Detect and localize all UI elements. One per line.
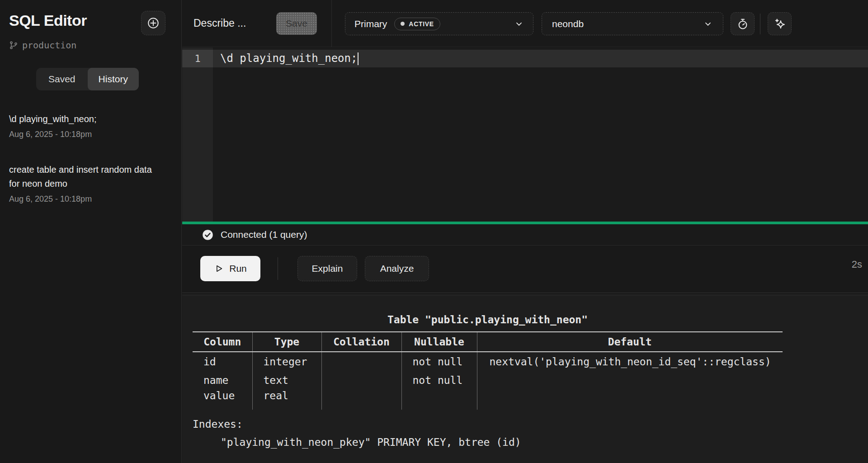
query-tab-title: Describe ... bbox=[193, 17, 246, 29]
editor-toolbar: Describe ... Save Primary ACTIVE neondb bbox=[182, 0, 868, 47]
toolbar-divider bbox=[331, 0, 332, 47]
analyze-button[interactable]: Analyze bbox=[365, 256, 429, 281]
chevron-down-icon bbox=[514, 19, 524, 29]
branch-selector-value: Primary bbox=[354, 19, 387, 29]
history-item-query: create table and insert random data for … bbox=[9, 163, 158, 191]
cell-column: id bbox=[193, 352, 252, 371]
query-duration: 2s bbox=[852, 259, 862, 270]
column-header: Column bbox=[193, 332, 252, 352]
history-item-query: \d playing_with_neon; bbox=[9, 112, 158, 126]
cell-collation bbox=[321, 390, 401, 410]
column-header: Default bbox=[477, 332, 783, 352]
cell-nullable bbox=[401, 390, 477, 410]
chevron-down-icon bbox=[703, 19, 713, 29]
save-button[interactable]: Save bbox=[276, 12, 317, 35]
query-actions-bar: Run Explain Analyze 2s bbox=[182, 246, 868, 293]
history-item[interactable]: \d playing_with_neon; Aug 6, 2025 - 10:1… bbox=[9, 112, 158, 139]
git-branch-icon bbox=[9, 41, 18, 50]
status-dot-icon bbox=[401, 22, 405, 26]
run-button-label: Run bbox=[229, 263, 247, 274]
column-header: Nullable bbox=[401, 332, 477, 352]
sparkles-icon bbox=[773, 17, 787, 31]
actions-divider bbox=[278, 257, 278, 280]
editor-line[interactable]: 1 \d playing_with_neon; bbox=[182, 50, 868, 67]
connection-status-bar: Connected (1 query) bbox=[182, 224, 868, 246]
check-circle-icon bbox=[202, 229, 214, 241]
saved-history-tabs: Saved History bbox=[36, 68, 139, 90]
indexes-section: Indexes: "playing_with_neon_pkey" PRIMAR… bbox=[193, 415, 868, 451]
sql-editor-area[interactable]: 1 \d playing_with_neon; bbox=[182, 47, 868, 222]
play-icon bbox=[214, 264, 224, 274]
cell-default bbox=[477, 390, 783, 410]
toolbar-divider bbox=[760, 14, 760, 34]
code-text: \d playing_with_neon; bbox=[220, 50, 357, 67]
table-row: value real bbox=[193, 390, 783, 410]
branch-selector-dropdown[interactable]: Primary ACTIVE bbox=[345, 12, 533, 35]
tab-history[interactable]: History bbox=[88, 68, 139, 90]
cell-type: text bbox=[252, 371, 321, 390]
result-header-row: Column Type Collation Nullable Default bbox=[193, 332, 783, 352]
column-header: Collation bbox=[321, 332, 401, 352]
cell-type: integer bbox=[252, 352, 321, 371]
branch-indicator: production bbox=[9, 40, 76, 51]
sidebar: SQL Editor production Saved History \d p… bbox=[0, 0, 182, 463]
cell-collation bbox=[321, 371, 401, 390]
connection-status-text: Connected (1 query) bbox=[221, 229, 307, 240]
table-row: name text not null bbox=[193, 371, 783, 390]
result-table: Column Type Collation Nullable Default i… bbox=[193, 331, 783, 410]
run-button[interactable]: Run bbox=[200, 256, 260, 281]
index-definition: "playing_with_neon_pkey" PRIMARY KEY, bt… bbox=[193, 433, 868, 451]
tab-saved[interactable]: Saved bbox=[36, 68, 88, 90]
column-header: Type bbox=[252, 332, 321, 352]
query-timer-button[interactable] bbox=[731, 12, 755, 35]
cell-default: nextval('playing_with_neon_id_seq'::regc… bbox=[477, 352, 783, 371]
cell-column: name bbox=[193, 371, 252, 390]
branch-name: production bbox=[22, 40, 76, 51]
main-panel: Describe ... Save Primary ACTIVE neondb bbox=[182, 0, 868, 463]
history-item-timestamp: Aug 6, 2025 - 10:18pm bbox=[9, 130, 158, 139]
ai-assist-button[interactable] bbox=[768, 12, 792, 35]
result-table-title: Table "public.playing_with_neon" bbox=[193, 310, 783, 329]
database-selector-dropdown[interactable]: neondb bbox=[542, 12, 723, 35]
cell-nullable: not null bbox=[401, 352, 477, 371]
query-results-panel: Table "public.playing_with_neon" Column … bbox=[182, 295, 868, 463]
text-cursor bbox=[358, 52, 359, 65]
table-row: id integer not null nextval('playing_wit… bbox=[193, 352, 783, 371]
stopwatch-icon bbox=[736, 18, 749, 30]
cell-nullable: not null bbox=[401, 371, 477, 390]
line-number: 1 bbox=[182, 50, 213, 67]
editor-gutter bbox=[182, 47, 213, 222]
cell-column: value bbox=[193, 390, 252, 410]
history-item[interactable]: create table and insert random data for … bbox=[9, 163, 158, 204]
indexes-label: Indexes: bbox=[193, 415, 868, 433]
active-status-badge: ACTIVE bbox=[394, 18, 440, 30]
explain-button[interactable]: Explain bbox=[297, 256, 357, 281]
active-badge-label: ACTIVE bbox=[409, 20, 434, 28]
cell-type: real bbox=[252, 390, 321, 410]
database-selector-value: neondb bbox=[552, 19, 584, 29]
plus-circle-icon bbox=[146, 16, 160, 30]
cell-default bbox=[477, 371, 783, 390]
history-item-timestamp: Aug 6, 2025 - 10:18pm bbox=[9, 194, 158, 204]
cell-collation bbox=[321, 352, 401, 371]
new-query-button[interactable] bbox=[141, 11, 165, 35]
